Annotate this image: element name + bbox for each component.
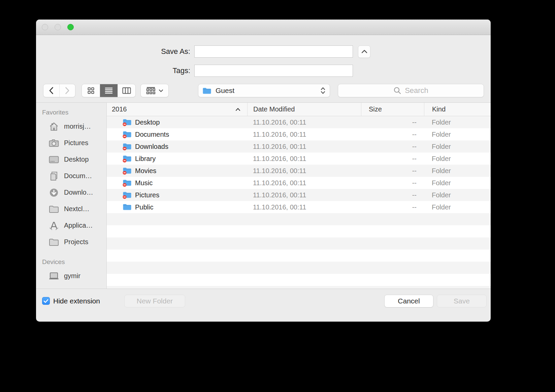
checkmark-icon	[43, 299, 48, 303]
file-name: Downloads	[135, 143, 168, 151]
sidebar-item-morrisj[interactable]: morrisj…	[36, 118, 106, 135]
date-modified-cell: 11.10.2016, 00:11	[247, 165, 361, 177]
kind-cell: Folder	[424, 201, 491, 213]
file-name: Pictures	[135, 191, 159, 199]
group-by-dropdown-button[interactable]	[140, 84, 169, 97]
folder-icon	[202, 87, 211, 94]
tags-input[interactable]	[194, 65, 353, 77]
sidebar-item-gymir[interactable]: gymir	[36, 268, 106, 284]
sidebar-item-label: Projects	[64, 238, 88, 246]
date-modified-cell: 11.10.2016, 00:11	[247, 128, 361, 140]
date-modified-cell: 11.10.2016, 00:11	[247, 153, 361, 165]
chevron-down-icon	[159, 89, 163, 92]
size-cell: --	[361, 201, 424, 213]
forward-button[interactable]	[59, 84, 75, 97]
size-cell: --	[361, 128, 424, 140]
sidebar-item-projects[interactable]: Projects	[36, 234, 106, 250]
minimize-button[interactable]	[55, 24, 61, 30]
table-row[interactable]: Public11.10.2016, 00:11--Folder	[107, 201, 491, 213]
column-view-icon	[122, 87, 131, 94]
sidebar-item-label: Downlo…	[64, 189, 93, 196]
sort-ascending-icon	[235, 108, 240, 111]
table-row[interactable]: Downloads11.10.2016, 00:11--Folder	[107, 140, 491, 153]
applications-icon	[48, 221, 60, 230]
sidebar-item-label: morrisj…	[64, 123, 91, 130]
date-modified-cell: 11.10.2016, 00:11	[247, 189, 361, 201]
kind-cell: Folder	[424, 189, 491, 201]
table-row[interactable]: Music11.10.2016, 00:11--Folder	[107, 177, 491, 189]
chevron-right-icon	[65, 87, 70, 94]
sidebar-item-label: Desktop	[64, 156, 89, 163]
sidebar-item-nextcl[interactable]: Nextcl…	[36, 201, 106, 217]
list-view-icon	[105, 87, 113, 94]
sidebar-item-docum[interactable]: Docum…	[36, 168, 106, 184]
documents-icon	[48, 171, 60, 181]
up-down-chevrons-icon	[320, 87, 326, 95]
location-value: Guest	[216, 87, 234, 95]
search-input[interactable]: Search	[338, 84, 484, 97]
save-dialog-window: Save As: Tags:	[36, 20, 491, 322]
save-button[interactable]: Save	[437, 295, 487, 307]
column-header-size[interactable]: Size	[361, 103, 424, 116]
folder-icon	[48, 205, 60, 213]
date-modified-cell: 11.10.2016, 00:11	[247, 140, 361, 153]
zoom-button[interactable]	[67, 24, 74, 30]
restricted-folder-icon	[123, 119, 132, 126]
icon-view-button[interactable]	[82, 84, 100, 97]
file-name: Public	[135, 203, 153, 211]
size-cell: --	[361, 189, 424, 201]
date-modified-cell: 11.10.2016, 00:11	[247, 201, 361, 213]
back-button[interactable]	[43, 84, 59, 97]
sidebar: Favoritesmorrisj…PicturesDesktopDocum…Do…	[36, 103, 107, 289]
expand-sheet-button[interactable]	[358, 45, 370, 58]
chevron-up-icon	[361, 50, 367, 54]
size-cell: --	[361, 116, 424, 128]
search-icon	[393, 87, 401, 95]
table-row[interactable]: Desktop11.10.2016, 00:11--Folder	[107, 116, 491, 128]
titlebar	[36, 20, 491, 35]
laptop-icon	[48, 272, 60, 280]
kind-cell: Folder	[424, 128, 491, 140]
grid-view-icon	[87, 87, 95, 94]
restricted-folder-icon	[123, 179, 132, 187]
sidebar-item-applica[interactable]: Applica…	[36, 217, 106, 234]
sidebar-item-label: Docum…	[64, 172, 92, 180]
folder-icon	[48, 238, 60, 246]
close-button[interactable]	[42, 24, 48, 30]
save-as-label: Save As:	[36, 47, 190, 56]
save-as-input[interactable]	[194, 45, 353, 58]
content-area: Favoritesmorrisj…PicturesDesktopDocum…Do…	[36, 102, 491, 289]
list-header: 2016 Date Modified Size Kind	[107, 103, 491, 116]
restricted-folder-icon	[123, 131, 132, 138]
date-modified-cell: 11.10.2016, 00:11	[247, 177, 361, 189]
hide-extension-checkbox[interactable]	[42, 297, 50, 305]
table-row[interactable]: Library11.10.2016, 00:11--Folder	[107, 153, 491, 165]
footer-bar: Hide extension New Folder Cancel Save	[36, 289, 491, 313]
sidebar-item-desktop[interactable]: Desktop	[36, 151, 106, 168]
folder-icon	[123, 203, 132, 211]
new-folder-button[interactable]: New Folder	[124, 295, 185, 307]
tags-label: Tags:	[36, 66, 190, 75]
cancel-button[interactable]: Cancel	[384, 295, 433, 307]
sidebar-item-pictures[interactable]: Pictures	[36, 135, 106, 151]
restricted-folder-icon	[123, 155, 132, 163]
file-name: Documents	[135, 131, 169, 138]
sidebar-item-downlo[interactable]: Downlo…	[36, 184, 106, 201]
column-header-name[interactable]: 2016	[107, 103, 247, 116]
home-icon	[48, 122, 60, 131]
list-view-button[interactable]	[100, 84, 118, 97]
column-header-date-modified[interactable]: Date Modified	[247, 103, 361, 116]
chevron-left-icon	[49, 87, 54, 94]
camera-icon	[48, 139, 60, 147]
file-list-pane: 2016 Date Modified Size Kind Desktop11.1…	[107, 103, 491, 289]
table-row[interactable]: Documents11.10.2016, 00:11--Folder	[107, 128, 491, 140]
file-name: Desktop	[135, 119, 160, 126]
date-modified-cell: 11.10.2016, 00:11	[247, 116, 361, 128]
table-row[interactable]: Pictures11.10.2016, 00:11--Folder	[107, 189, 491, 201]
location-popup[interactable]: Guest	[198, 84, 330, 97]
search-placeholder: Search	[405, 86, 428, 95]
table-row[interactable]: Movies11.10.2016, 00:11--Folder	[107, 165, 491, 177]
column-view-button[interactable]	[118, 84, 135, 97]
column-header-kind[interactable]: Kind	[424, 103, 491, 116]
restricted-folder-icon	[123, 167, 132, 175]
